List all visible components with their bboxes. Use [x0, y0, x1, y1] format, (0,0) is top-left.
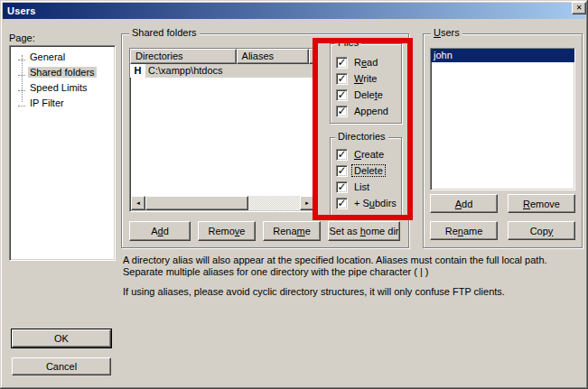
scroll-right-button[interactable]: ►: [300, 196, 314, 210]
shared-folders-group-label: Shared folders: [129, 27, 200, 39]
subdirs-checkbox[interactable]: ✓: [336, 198, 348, 209]
column-header-aliases[interactable]: Aliases: [237, 49, 309, 64]
scrollbar-track[interactable]: [248, 196, 300, 210]
add-user-button[interactable]: Add: [430, 194, 498, 213]
column-header-filler: [309, 49, 315, 64]
title-bar[interactable]: Users: [3, 3, 585, 19]
directory-cell: C:\xampp\htdocs: [145, 64, 315, 78]
create-checkbox-label: Create: [352, 149, 386, 160]
tree-connector: [18, 88, 25, 91]
page-item-ip-filter[interactable]: IP Filter: [10, 96, 115, 111]
scroll-right-icon: ►: [304, 200, 310, 206]
write-checkbox-row: ✓ Write: [336, 72, 378, 85]
page-item-speed-limits[interactable]: Speed Limits: [10, 80, 115, 96]
list-checkbox[interactable]: ✓: [336, 181, 348, 193]
append-checkbox[interactable]: ✓: [336, 106, 348, 117]
subdirs-checkbox-row: ✓ + Subdirs: [336, 197, 398, 209]
close-icon: ✕: [576, 5, 583, 12]
read-checkbox-row: ✓ Read: [336, 56, 379, 69]
alias-note: A directory alias will also appear at th…: [123, 255, 547, 278]
scroll-left-icon: ◄: [135, 200, 141, 206]
horizontal-scrollbar[interactable]: ◄ ►: [131, 196, 314, 210]
rename-user-button[interactable]: Rename: [430, 221, 498, 240]
page-item-shared-folders[interactable]: Shared folders: [10, 65, 115, 80]
add-folder-button[interactable]: Add: [129, 221, 191, 241]
remove-folder-button[interactable]: Remove: [198, 221, 256, 241]
delete-file-checkbox[interactable]: ✓: [336, 89, 348, 101]
write-checkbox-label: Write: [352, 73, 378, 84]
delete-dir-checkbox-row: ✓ Delete: [336, 164, 385, 177]
scroll-left-button[interactable]: ◄: [131, 196, 145, 210]
table-row[interactable]: H C:\xampp\htdocs: [130, 64, 315, 78]
checkmark-icon: ✓: [337, 166, 346, 175]
users-list: john: [430, 48, 575, 190]
checkmark-icon: ✓: [337, 107, 346, 116]
rename-folder-button[interactable]: Rename: [263, 221, 321, 241]
scrollbar-thumb[interactable]: [145, 196, 248, 210]
remove-user-button[interactable]: Remove: [508, 194, 575, 213]
subdirs-checkbox-label: + Subdirs: [352, 198, 398, 208]
list-checkbox-label: List: [352, 181, 371, 192]
users-group-label: Users: [431, 27, 462, 39]
users-dialog: Users ✕ Page: General Shared folders Spe…: [0, 0, 588, 389]
tree-connector: [18, 57, 25, 60]
files-group-label: Files: [335, 37, 361, 49]
page-label: Page:: [9, 32, 35, 43]
set-as-home-dir-button[interactable]: Set as home dir: [328, 221, 400, 241]
delete-file-checkbox-label: Delete: [352, 89, 385, 100]
page-item-general[interactable]: General: [10, 50, 115, 65]
copy-user-button[interactable]: Copy: [508, 221, 575, 240]
user-list-item[interactable]: john: [431, 49, 574, 62]
delete-file-checkbox-row: ✓ Delete: [336, 88, 385, 101]
append-checkbox-row: ✓ Append: [336, 105, 390, 117]
tree-connector: [18, 72, 25, 76]
page-list: General Shared folders Speed Limits IP F…: [9, 45, 116, 261]
delete-dir-checkbox[interactable]: ✓: [336, 165, 348, 177]
append-checkbox-label: Append: [352, 106, 390, 116]
close-button[interactable]: ✕: [572, 2, 586, 14]
directories-group-label: Directories: [335, 131, 388, 143]
directories-table: Directories Aliases H C:\xampp\htdocs ◄ …: [129, 48, 316, 212]
write-checkbox[interactable]: ✓: [336, 73, 348, 85]
read-checkbox-label: Read: [352, 57, 379, 68]
home-marker: H: [130, 64, 145, 78]
checkmark-icon: ✓: [337, 74, 346, 83]
column-header-directories[interactable]: Directories: [130, 49, 237, 64]
checkmark-icon: ✓: [337, 150, 346, 159]
checkmark-icon: ✓: [337, 58, 346, 67]
delete-dir-checkbox-label: Delete: [352, 165, 385, 176]
checkmark-icon: ✓: [337, 90, 346, 99]
table-header: Directories Aliases: [130, 49, 315, 64]
checkmark-icon: ✓: [337, 199, 346, 208]
checkmark-icon: ✓: [337, 182, 346, 191]
create-checkbox-row: ✓ Create: [336, 148, 386, 161]
window-title: Users: [7, 5, 36, 16]
tree-connector: [18, 103, 25, 107]
list-checkbox-row: ✓ List: [336, 181, 371, 193]
read-checkbox[interactable]: ✓: [336, 57, 348, 69]
create-checkbox[interactable]: ✓: [336, 149, 348, 161]
ok-button[interactable]: OK: [12, 329, 111, 347]
cyclic-note: If using aliases, please avoid cyclic di…: [123, 286, 547, 298]
cancel-button[interactable]: Cancel: [12, 357, 111, 375]
